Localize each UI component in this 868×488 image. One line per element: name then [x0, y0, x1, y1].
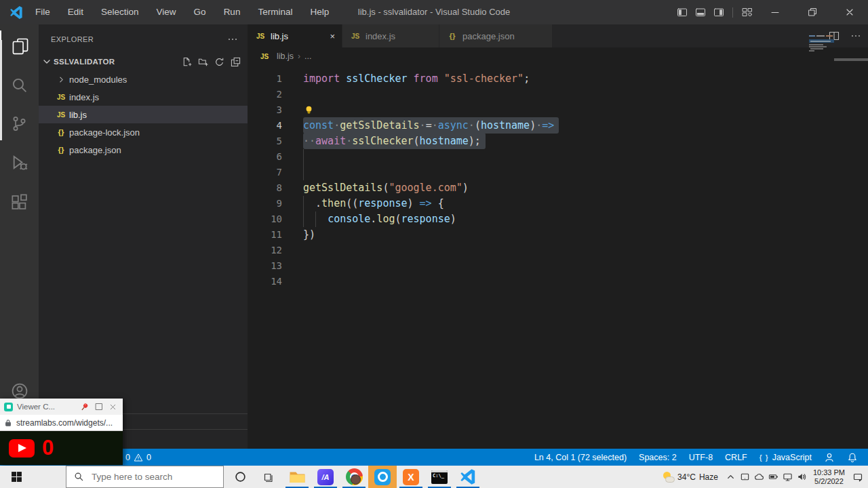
code-line-1[interactable]: 1import sslChecker from "ssl-checker"; [248, 71, 868, 87]
activity-source-control-icon[interactable] [0, 108, 39, 139]
code-line-5[interactable]: 5··await·sslChecker(hostname); [248, 134, 868, 149]
layout-sidebar-left-icon[interactable] [673, 7, 691, 18]
lightbulb-icon[interactable] [304, 105, 314, 115]
weather-widget[interactable]: 34°C Haze [663, 472, 718, 482]
menu-file[interactable]: File [26, 0, 59, 24]
taskbar-clock[interactable]: 10:33 PM 5/2/2022 [813, 468, 845, 486]
status-spaces-2[interactable]: Spaces: 2 [633, 449, 683, 466]
file-index.js[interactable]: JSindex.js [39, 88, 248, 106]
code-line-4[interactable]: 4const·getSslDetails·=·async·(hostname)·… [248, 118, 868, 134]
taskbar-vscode-icon[interactable] [454, 466, 482, 488]
cortana-button[interactable] [226, 466, 254, 488]
start-button[interactable] [0, 466, 33, 488]
status-label: Ln 4, Col 1 (72 selected) [534, 453, 627, 462]
close-icon[interactable]: × [330, 31, 335, 41]
widget-titlebar[interactable]: Viewer C... [0, 399, 123, 415]
menu-edit[interactable]: Edit [59, 0, 92, 24]
close-icon[interactable] [108, 403, 117, 411]
js-icon: JS [349, 33, 361, 40]
file-package.json[interactable]: {}package.json [39, 141, 248, 159]
code-line-10[interactable]: 10 console.log(response) [248, 211, 868, 227]
status-feedback-icon[interactable] [818, 449, 841, 466]
menu-selection[interactable]: Selection [92, 0, 148, 24]
taskbar-medal-icon[interactable]: /A [311, 466, 340, 488]
new-file-icon[interactable] [182, 57, 192, 67]
customize-layout-icon[interactable] [738, 7, 756, 18]
menu-run[interactable]: Run [215, 0, 250, 24]
network-icon[interactable] [781, 466, 795, 488]
taskbar-terminal-icon[interactable]: C:\_ [425, 466, 454, 488]
breadcrumb-more[interactable]: ... [304, 52, 311, 61]
menu-terminal[interactable]: Terminal [249, 0, 301, 24]
breadcrumb[interactable]: JS lib.js › ... [248, 47, 868, 65]
taskbar-chrome-icon[interactable] [340, 466, 368, 488]
ellipsis-icon[interactable] [227, 34, 238, 45]
code-editor[interactable]: 1import sslChecker from "ssl-checker";23… [248, 65, 868, 449]
code-line-13[interactable]: 13 [248, 258, 868, 274]
activity-search-icon[interactable] [0, 69, 39, 100]
collapse-all-icon[interactable] [231, 57, 241, 67]
menu-go[interactable]: Go [185, 0, 215, 24]
problems-status[interactable]: 0 0 [125, 449, 151, 466]
new-folder-icon[interactable] [198, 57, 208, 67]
system-tray: 34°C Haze 10:33 PM 5/2/2022 [663, 466, 868, 488]
code-line-3[interactable]: 3 [248, 102, 868, 118]
status-bell-icon[interactable] [841, 449, 864, 466]
taskbar-file-explorer-icon[interactable] [283, 466, 311, 488]
task-view-button[interactable] [254, 466, 283, 488]
restore-button[interactable] [793, 0, 831, 24]
chevron-up-icon[interactable] [724, 466, 738, 488]
code-line-8[interactable]: 8getSslDetails("google.com") [248, 180, 868, 196]
status-ln-4-col-1-72-selected-[interactable]: Ln 4, Col 1 (72 selected) [528, 449, 633, 466]
menu-help[interactable]: Help [301, 0, 338, 24]
error-count: 0 [125, 453, 130, 462]
layout-panel-icon[interactable] [691, 7, 709, 18]
search-input[interactable] [90, 471, 208, 483]
tablet-icon[interactable] [738, 466, 752, 488]
widget-url[interactable]: streamlabs.com/widgets/... [16, 418, 113, 428]
activity-files-icon[interactable] [0, 30, 39, 62]
tab-index.js[interactable]: JSindex.js [342, 24, 439, 47]
status-javascript[interactable]: { }JavaScript [753, 449, 818, 466]
battery-icon[interactable] [766, 466, 781, 488]
code-line-14[interactable]: 14 [248, 274, 868, 289]
widget-address-bar[interactable]: streamlabs.com/widgets/... [0, 415, 123, 431]
taskbar-search[interactable] [66, 466, 224, 488]
code-line-9[interactable]: 9 .then((response) => { [248, 196, 868, 211]
tab-package.json[interactable]: {}package.json [439, 24, 553, 47]
code-line-7[interactable]: 7 [248, 165, 868, 180]
volume-icon[interactable] [795, 466, 809, 488]
line-number: 13 [248, 258, 303, 274]
tab-lib.js[interactable]: JSlib.js× [248, 24, 342, 47]
minimize-button[interactable] [756, 0, 793, 24]
pushpin-icon[interactable] [79, 402, 90, 412]
close-button[interactable] [831, 0, 868, 24]
cloud-icon[interactable] [752, 466, 766, 488]
code-line-2[interactable]: 2 [248, 87, 868, 102]
maximize-icon[interactable] [94, 401, 104, 412]
taskbar-streamlabs-icon[interactable] [368, 466, 397, 488]
folder-section-header[interactable]: SSLVALIDATOR [39, 53, 248, 70]
tab-bar: JSlib.js×JSindex.js{}package.json [248, 24, 868, 47]
code-line-11[interactable]: 11}) [248, 227, 868, 243]
action-center-icon[interactable] [850, 466, 865, 488]
refresh-icon[interactable] [214, 57, 224, 67]
breadcrumb-file[interactable]: lib.js [277, 52, 294, 61]
code-line-12[interactable]: 12 [248, 243, 868, 258]
overview-ruler-mark[interactable] [834, 58, 868, 61]
layout-sidebar-right-icon[interactable] [709, 7, 728, 18]
file-lib.js[interactable]: JSlib.js [39, 106, 248, 123]
ellipsis-icon[interactable] [850, 30, 861, 41]
widget-content: 0 [0, 431, 123, 465]
activity-run-debug-icon[interactable] [0, 146, 39, 178]
viewer-widget-window[interactable]: Viewer C... streamlabs.com/widgets/... 0 [0, 399, 123, 465]
activity-extensions-icon[interactable] [0, 186, 39, 218]
token: · [334, 119, 340, 131]
taskbar-xampp-icon[interactable]: X [397, 466, 425, 488]
code-line-6[interactable]: 6 [248, 149, 868, 165]
file-package-lock.json[interactable]: {}package-lock.json [39, 123, 248, 141]
file-node_modules[interactable]: node_modules [39, 70, 248, 88]
status-utf-8[interactable]: UTF-8 [683, 449, 719, 466]
status-crlf[interactable]: CRLF [719, 449, 753, 466]
menu-view[interactable]: View [148, 0, 185, 24]
